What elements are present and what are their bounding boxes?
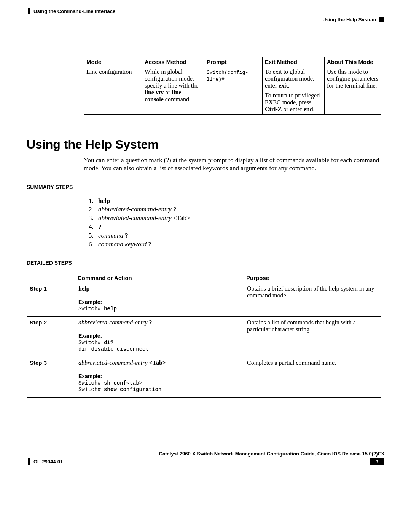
- mode-table: Mode Access Method Prompt Exit Method Ab…: [84, 57, 381, 115]
- th-purpose: Purpose: [244, 273, 382, 283]
- page-number: 3: [370, 458, 384, 465]
- list-item: command keyword ?: [95, 240, 384, 249]
- th-about: About This Mode: [325, 57, 381, 67]
- step-label: Step 1: [27, 283, 75, 317]
- cell-prompt: Switch(config-line)#: [204, 67, 263, 115]
- list-item: abbreviated-command-entry ?: [95, 205, 384, 214]
- example-label: Example:: [78, 299, 241, 305]
- th-exit: Exit Method: [263, 57, 325, 67]
- footer-tick: [28, 458, 30, 465]
- cell-about: Use this mode to configure parameters fo…: [325, 67, 381, 115]
- detailed-steps-label: DETAILED STEPS: [27, 260, 384, 266]
- command-cell: helpExample:Switch# help: [75, 283, 244, 317]
- th-prompt: Prompt: [204, 57, 263, 67]
- th-mode: Mode: [84, 57, 142, 67]
- page-header: Using the Command-Line Interface Using t…: [27, 8, 384, 22]
- header-square-icon: [379, 17, 384, 22]
- th-command: Command or Action: [75, 273, 244, 283]
- cell-access: While in global configuration mode, spec…: [142, 67, 204, 115]
- table-row: Step 2abbreviated-command-entry ?Example…: [27, 316, 381, 357]
- table-row: Line configuration While in global confi…: [84, 67, 381, 115]
- page-title: Using the Help System: [27, 137, 384, 152]
- header-section: Using the Help System: [322, 17, 376, 22]
- table-row: Step 3abbreviated-command-entry <Tab>Exa…: [27, 357, 381, 397]
- th-access: Access Method: [142, 57, 204, 67]
- footer-doc-title: Catalyst 2960-X Switch Network Managemen…: [27, 451, 384, 457]
- page-footer: Catalyst 2960-X Switch Network Managemen…: [27, 451, 384, 466]
- cell-exit: To exit to global configuration mode, en…: [263, 67, 325, 115]
- intro-paragraph: You can enter a question mark (?) at the…: [84, 156, 384, 173]
- step-label: Step 2: [27, 316, 75, 357]
- example-label: Example:: [78, 333, 241, 339]
- step-label: Step 3: [27, 357, 75, 397]
- header-chapter: Using the Command-Line Interface: [33, 8, 115, 14]
- example-label: Example:: [78, 373, 241, 379]
- command-cell: abbreviated-command-entry <Tab>Example:S…: [75, 357, 244, 397]
- footer-doc-id: OL-29044-01: [33, 459, 63, 465]
- summary-steps-label: SUMMARY STEPS: [27, 184, 384, 190]
- code-block: Switch# sh conf<tab> Switch# show config…: [78, 380, 241, 393]
- list-item: command ?: [95, 232, 384, 240]
- purpose-cell: Completes a partial command name.: [244, 357, 382, 397]
- command-cell: abbreviated-command-entry ?Example:Switc…: [75, 316, 244, 357]
- detailed-steps-table: Command or Action Purpose Step 1helpExam…: [27, 273, 381, 398]
- code-block: Switch# di? dir disable disconnect: [78, 340, 241, 353]
- purpose-cell: Obtains a list of commands that begin wi…: [244, 316, 382, 357]
- header-tick: [28, 8, 30, 14]
- code-block: Switch# help: [78, 306, 241, 313]
- list-item: abbreviated-command-entry <Tab>: [95, 214, 384, 223]
- purpose-cell: Obtains a brief description of the help …: [244, 283, 382, 317]
- list-item: help: [95, 197, 384, 206]
- summary-list: help abbreviated-command-entry ? abbrevi…: [84, 197, 384, 249]
- list-item: ?: [95, 223, 384, 232]
- table-row: Step 1helpExample:Switch# helpObtains a …: [27, 283, 381, 317]
- th-step-blank: [27, 273, 75, 283]
- cell-mode: Line configuration: [84, 67, 142, 115]
